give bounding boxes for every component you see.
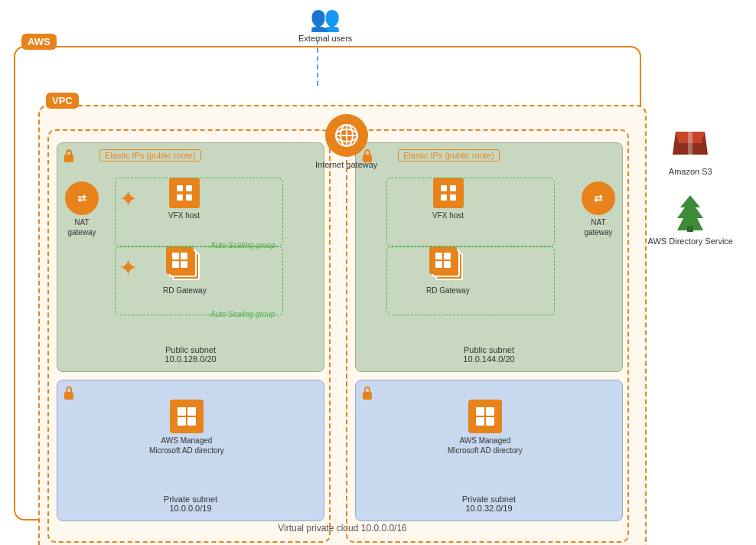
svg-rect-34	[486, 407, 494, 416]
svg-rect-17	[178, 417, 186, 426]
elastic-ips-label-az1: Elastic IPs (public route)	[99, 149, 201, 162]
amazon-s3-service: Amazon S3	[669, 122, 712, 177]
vpc-box: VPC Virtual private cloud 10.0.0.0/16 Av…	[38, 105, 647, 545]
amazon-s3-icon	[670, 122, 711, 164]
public-subnet-az1: Elastic IPs (public route) ⇄ NATgateway …	[57, 142, 324, 372]
az2-container: Availability Zone 2 Elastic IPs (public …	[346, 129, 629, 543]
svg-rect-15	[178, 407, 186, 416]
ad-directory-az1-label: AWS ManagedMicrosoft AD directory	[149, 436, 224, 455]
ad-directory-az2: AWS ManagedMicrosoft AD directory	[448, 400, 523, 455]
nat-icon-az2: ⇄	[582, 181, 615, 215]
svg-rect-46	[688, 132, 692, 155]
lock-icon-private-az2	[360, 384, 375, 401]
private-subnet-az2: AWS ManagedMicrosoft AD directory Privat…	[355, 380, 623, 521]
svg-rect-33	[476, 407, 484, 416]
public-subnet-az2-label: Public subnet10.0.144.0/20	[463, 345, 514, 364]
private-subnet-az1-label: Private subnet10.0.0.0/19	[164, 494, 217, 513]
public-subnet-az1-label: Public subnet10.0.128.0/20	[165, 345, 216, 364]
auto-scaling-box-az2-2	[386, 246, 555, 315]
private-subnet-az2-label: Private subnet10.0.32.0/19	[462, 494, 516, 513]
svg-text:⇄: ⇄	[594, 192, 603, 204]
svg-rect-31	[363, 392, 372, 400]
auto-scaling-box-az1-1	[115, 178, 283, 246]
amazon-s3-label: Amazon S3	[669, 166, 712, 177]
svg-rect-48	[687, 226, 693, 232]
connector-line	[317, 40, 318, 86]
svg-rect-35	[476, 417, 484, 426]
ad-directory-icon-az2	[468, 400, 502, 433]
svg-rect-1	[64, 155, 73, 162]
aws-directory-label: AWS Directory Service	[648, 236, 733, 246]
auto-scaling-label-az1-2: Auto Scaling group	[210, 310, 275, 318]
svg-rect-13	[64, 392, 73, 400]
nat-gateway-az1: ⇄ NATgateway	[65, 181, 99, 237]
auto-scaling-box-az2-1	[386, 178, 555, 246]
public-subnet-az2: Elastic IPs (public route) VFX host	[355, 142, 623, 372]
svg-rect-18	[187, 417, 196, 426]
svg-rect-16	[187, 407, 196, 416]
lock-icon-az1	[61, 147, 77, 164]
aws-services-panel: Amazon S3 AWS Directory Service	[648, 122, 733, 247]
nat-gateway-az2: ⇄ NATgateway	[582, 181, 615, 237]
nat-gateway-az1-label: NATgateway	[67, 217, 96, 237]
auto-scaling-box-az1-2	[115, 246, 283, 315]
ad-directory-az1: AWS ManagedMicrosoft AD directory	[149, 400, 224, 455]
az1-container: Availability Zone 1 Elastic IPs (public …	[47, 129, 331, 543]
svg-text:⇄: ⇄	[77, 192, 86, 204]
vpc-badge: VPC	[46, 93, 79, 109]
private-subnet-az1: AWS ManagedMicrosoft AD directory Privat…	[57, 380, 324, 521]
internet-gateway: Internet gateway	[315, 114, 377, 170]
nat-icon-az1: ⇄	[65, 181, 99, 215]
elastic-ips-label-az2: Elastic IPs (public route)	[398, 149, 500, 162]
aws-directory-icon	[670, 192, 711, 233]
aws-box: AWS VPC Virtual private cloud 10.0.0.0/1…	[14, 46, 641, 521]
svg-rect-36	[486, 417, 494, 426]
internet-gateway-label: Internet gateway	[315, 159, 377, 170]
svg-marker-47	[677, 195, 703, 230]
external-users-label: External users	[298, 33, 352, 44]
aws-badge: AWS	[21, 34, 57, 50]
lock-icon-private-az1	[61, 384, 77, 401]
people-icon: 👥	[310, 4, 341, 33]
ad-directory-icon-az1	[170, 400, 204, 433]
aws-directory-service: AWS Directory Service	[648, 192, 733, 246]
ad-directory-az2-label: AWS ManagedMicrosoft AD directory	[448, 436, 523, 455]
internet-gateway-icon	[325, 114, 368, 157]
nat-gateway-az2-label: NATgateway	[584, 217, 612, 237]
external-users: 👥 External users	[298, 4, 352, 44]
